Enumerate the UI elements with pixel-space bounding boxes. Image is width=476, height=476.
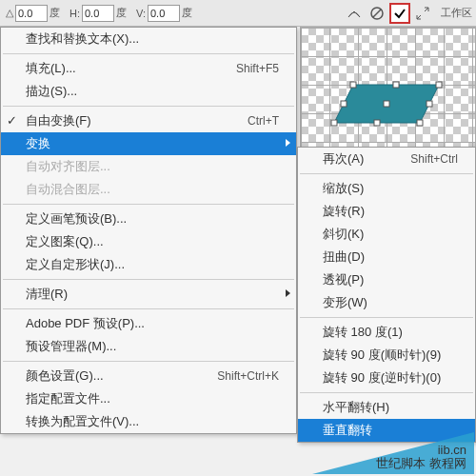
angle-icon: △ [6,7,13,19]
submenu-distort[interactable]: 扭曲(D) [298,246,475,268]
svg-rect-8 [374,120,380,126]
submenu-flip-vertical[interactable]: 垂直翻转 [298,419,475,442]
submenu-rotate-ccw[interactable]: 旋转 90 度(逆时针)(0) [298,367,475,389]
menu-pdf-preset[interactable]: Adobe PDF 预设(P)... [1,312,296,335]
transform-submenu: 再次(A)Shift+Ctrl 缩放(S) 旋转(R) 斜切(K) 扭曲(D) … [297,147,476,443]
cancel-icon[interactable] [367,3,387,24]
separator [3,308,294,309]
separator [300,317,473,318]
separator [300,173,473,174]
canvas[interactable] [300,27,476,160]
menu-define-shape[interactable]: 定义自定形状(J)... [1,253,296,276]
menu-auto-align[interactable]: 自动对齐图层... [1,155,296,178]
menu-fill[interactable]: 填充(L)...Shift+F5 [1,57,296,80]
svg-rect-6 [417,120,423,126]
svg-rect-3 [350,82,356,88]
svg-rect-5 [331,120,337,126]
separator [3,204,294,205]
menu-auto-blend[interactable]: 自动混合图层... [1,178,296,201]
separator [3,106,294,107]
check-icon: ✓ [7,113,17,128]
svg-rect-7 [393,82,399,88]
menu-assign-profile[interactable]: 指定配置文件... [1,387,296,410]
menu-convert-profile[interactable]: 转换为配置文件(V)... [1,410,296,433]
submenu-rotate[interactable]: 旋转(R) [298,200,475,223]
h-label: H: [69,8,80,19]
submenu-rotate-cw[interactable]: 旋转 90 度(顺时针)(9) [298,344,475,367]
svg-rect-9 [341,101,347,107]
submenu-arrow-icon [286,289,290,297]
menu-free-transform[interactable]: ✓自由变换(F)Ctrl+T [1,109,296,132]
parallelogram-shape[interactable] [329,80,444,128]
v-input[interactable] [148,5,180,22]
svg-rect-10 [426,101,432,107]
svg-rect-11 [384,101,389,107]
submenu-flip-horizontal[interactable]: 水平翻转(H) [298,396,475,419]
menu-stroke[interactable]: 描边(S)... [1,80,296,103]
menu-define-brush[interactable]: 定义画笔预设(B)... [1,208,296,230]
v-label: V: [136,8,146,19]
submenu-arrow-icon [286,139,290,147]
separator [300,392,473,393]
submenu-warp[interactable]: 变形(W) [298,291,475,314]
size-icon[interactable] [412,3,433,24]
svg-line-1 [373,10,381,17]
options-toolbar: △ 度 H: 度 V: 度 工作区 [0,0,476,27]
submenu-skew[interactable]: 斜切(K) [298,223,475,246]
menu-transform[interactable]: 变换 [1,132,296,155]
menu-preset-manager[interactable]: 预设管理器(M)... [1,335,296,358]
h-unit: 度 [116,6,127,20]
h-input[interactable] [82,5,114,22]
submenu-again[interactable]: 再次(A)Shift+Ctrl [298,148,475,170]
menu-find-replace[interactable]: 查找和替换文本(X)... [1,28,296,50]
menu-color-settings[interactable]: 颜色设置(G)...Shift+Ctrl+K [1,365,296,387]
workspace-label[interactable]: 工作区 [441,6,472,20]
angle-input[interactable] [15,5,48,22]
angle-unit: 度 [50,6,60,20]
svg-rect-4 [436,82,442,88]
v-unit: 度 [182,6,192,20]
submenu-rotate-180[interactable]: 旋转 180 度(1) [298,321,475,344]
separator [3,279,294,280]
separator [3,53,294,54]
warp-mode-icon[interactable] [344,3,365,24]
menu-define-pattern[interactable]: 定义图案(Q)... [1,230,296,253]
submenu-scale[interactable]: 缩放(S) [298,177,475,200]
separator [3,361,294,362]
commit-icon[interactable] [389,3,410,24]
menu-purge[interactable]: 清理(R) [1,283,296,306]
edit-menu: 查找和替换文本(X)... 填充(L)...Shift+F5 描边(S)... … [0,27,297,434]
submenu-perspective[interactable]: 透视(P) [298,268,475,291]
